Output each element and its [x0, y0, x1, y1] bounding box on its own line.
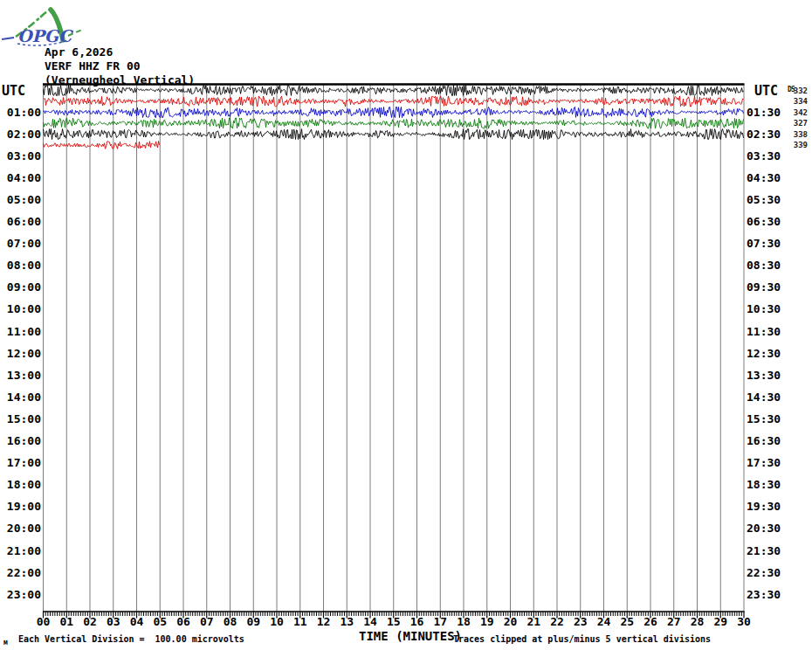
hour-label-right: 04:30	[747, 172, 790, 184]
trace-bias-value: DS332	[782, 86, 808, 94]
minute-tick-label: 22	[544, 616, 570, 628]
hour-label-left: 21:00	[0, 545, 41, 557]
minute-tick-label: 12	[311, 616, 337, 628]
minute-tick-label: 07	[194, 616, 220, 628]
hour-label-left: 11:00	[0, 326, 41, 338]
minute-tick-label: 25	[614, 616, 640, 628]
minute-tick-label: 06	[170, 616, 196, 628]
hour-label-left: 13:00	[0, 370, 41, 382]
hour-label-right: 08:30	[747, 259, 790, 272]
helicorder-page: OPGC Apr 6,2026 VERF HHZ FR 00 (Verneugh…	[0, 0, 812, 650]
hour-label-right: 20:30	[747, 522, 790, 535]
bias-prefix: DS	[788, 86, 795, 93]
minute-tick-label: 13	[334, 616, 360, 628]
hour-label-left: 16:00	[0, 435, 41, 447]
hour-label-right: 06:30	[747, 216, 790, 228]
trace-bias-value: 339	[782, 141, 808, 149]
trace-bias-value: 342	[782, 108, 808, 117]
minute-tick-label: 29	[707, 616, 733, 628]
hour-label-left: 02:00	[0, 128, 41, 141]
minute-tick-label: 24	[591, 616, 617, 628]
hour-label-left: 19:00	[0, 501, 41, 513]
corner-mark: м	[3, 639, 8, 647]
minute-tick-label: 28	[685, 616, 711, 628]
hour-label-left: 14:00	[0, 391, 41, 404]
helicorder-plot	[0, 0, 812, 650]
hour-label-right: 05:30	[747, 194, 790, 206]
hour-label-right: 18:30	[747, 479, 790, 491]
minute-tick-label: 09	[240, 616, 266, 628]
hour-label-left: 17:00	[0, 457, 41, 469]
hour-label-right: 12:30	[747, 348, 790, 360]
minute-tick-label: 26	[637, 616, 664, 628]
hour-label-right: 14:30	[747, 391, 790, 404]
hour-label-left: 08:00	[0, 259, 41, 272]
minute-tick-label: 14	[357, 616, 383, 628]
hour-label-right: 11:30	[747, 326, 790, 338]
hour-label-left: 23:00	[0, 589, 41, 601]
minute-tick-label: 20	[498, 616, 524, 628]
hour-label-right: 13:30	[747, 370, 790, 382]
hour-label-right: 10:30	[747, 303, 790, 315]
hour-label-left: 07:00	[0, 238, 41, 250]
hour-label-left: 06:00	[0, 216, 41, 228]
hour-label-right: 17:30	[747, 457, 790, 469]
hour-label-left: 03:00	[0, 150, 41, 162]
trace-bias-value: 334	[782, 97, 808, 106]
minute-tick-label: 16	[404, 616, 430, 628]
scale-note: Each Vertical Division = 100.00 microvol…	[18, 634, 244, 644]
hour-label-left: 01:00	[0, 107, 41, 119]
hour-label-left: 20:00	[0, 522, 41, 535]
hour-label-right: 21:30	[747, 545, 790, 557]
trace-bias-value: 327	[782, 119, 808, 128]
hour-label-left: 22:00	[0, 567, 41, 579]
minute-tick-label: 21	[520, 616, 547, 628]
hour-label-left: 10:00	[0, 303, 41, 315]
hour-label-right: 23:30	[747, 589, 790, 601]
minute-tick-label: 03	[100, 616, 127, 628]
minute-tick-label: 00	[31, 616, 57, 628]
minute-tick-label: 18	[451, 616, 477, 628]
hour-label-left: 05:00	[0, 194, 41, 206]
minute-tick-label: 19	[474, 616, 500, 628]
hour-label-right: 09:30	[747, 281, 790, 294]
clip-note: Traces clipped at plus/minus 5 vertical …	[453, 634, 711, 644]
hour-label-left: 15:00	[0, 413, 41, 425]
trace-bias-value: 338	[782, 130, 808, 139]
minute-tick-label: 27	[661, 616, 687, 628]
hour-label-right: 22:30	[747, 567, 790, 579]
hour-label-right: 03:30	[747, 150, 790, 162]
minute-tick-label: 02	[77, 616, 103, 628]
minute-tick-label: 30	[731, 616, 757, 628]
minute-tick-label: 15	[381, 616, 407, 628]
hour-label-left: 18:00	[0, 479, 41, 491]
hour-label-right: 19:30	[747, 501, 790, 513]
minute-tick-label: 23	[568, 616, 594, 628]
hour-label-right: 15:30	[747, 413, 790, 425]
hour-label-right: 07:30	[747, 238, 790, 250]
x-axis-title: TIME (MINUTES)	[359, 630, 462, 643]
hour-label-left: 04:00	[0, 172, 41, 184]
hour-label-left: 09:00	[0, 281, 41, 294]
minute-tick-label: 01	[53, 616, 79, 628]
minute-tick-label: 11	[287, 616, 313, 628]
minute-tick-label: 08	[217, 616, 244, 628]
seismic-trace	[44, 141, 160, 149]
minute-tick-label: 04	[124, 616, 150, 628]
minute-tick-label: 17	[427, 616, 453, 628]
hour-label-left: 12:00	[0, 348, 41, 360]
hour-label-right: 16:30	[747, 435, 790, 447]
minute-tick-label: 05	[147, 616, 173, 628]
minute-tick-label: 10	[264, 616, 290, 628]
